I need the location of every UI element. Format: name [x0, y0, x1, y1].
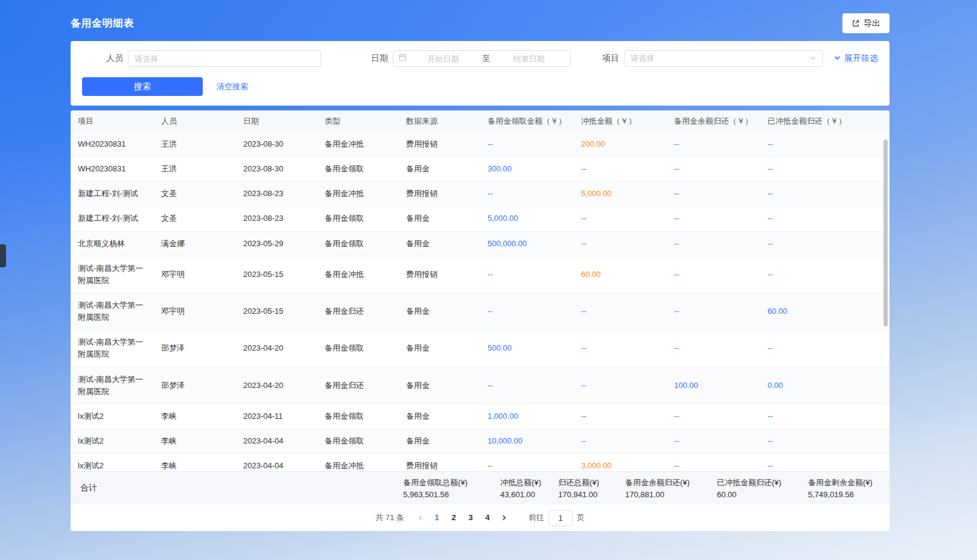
total-count-label: 共 71 条 — [375, 512, 404, 523]
project-select[interactable]: 请选择 — [624, 50, 823, 67]
cell-source: 备用金 — [399, 367, 480, 404]
table-row[interactable]: lx测试2李峡2023-04-11备用金领取备用金1,000.00------ — [71, 404, 889, 428]
cell-balance_return: -- — [667, 206, 760, 231]
export-icon — [851, 19, 860, 28]
cell-draw: -- — [480, 454, 574, 471]
cell-source: 备用金 — [399, 206, 480, 231]
summary-item: 备用金剩余金额(¥)5,749,019.56 — [808, 477, 880, 499]
expand-filter-link[interactable]: 展开筛选 — [833, 53, 878, 64]
table-row[interactable]: WH20230831王洪2023-08-30备用金冲抵费用报销--200.00-… — [71, 132, 889, 157]
goto-page-group: 前往 页 — [529, 510, 585, 526]
cell-balance_return: -- — [667, 454, 760, 471]
prev-page-button[interactable] — [413, 510, 428, 526]
table-row[interactable]: lx测试2李峡2023-04-04备用金领取备用金10,000.00------ — [71, 428, 889, 453]
date-filter-label: 日期 — [371, 53, 388, 64]
cell-type: 备用金冲抵 — [317, 454, 399, 471]
table-scrollbar[interactable] — [883, 139, 888, 326]
table-row[interactable]: 新建工程-刘-测试文圣2023-08-23备用金冲抵费用报销--5,000.00… — [71, 182, 889, 206]
column-header-offset_return: 已冲抵金额归还（￥） — [760, 110, 889, 132]
expand-filter-label: 展开筛选 — [844, 53, 878, 64]
cell-project: 测试-南昌大学第一附属医院 — [71, 256, 154, 293]
cell-offset: -- — [574, 330, 667, 367]
cell-offset: -- — [574, 428, 667, 453]
cell-date: 2023-04-11 — [236, 404, 317, 428]
summary-item: 已冲抵金额归还(¥)60.00 — [717, 477, 808, 499]
page-title: 备用金明细表 — [71, 16, 134, 30]
cell-offset_return: -- — [760, 182, 889, 206]
cell-offset_return: -- — [760, 428, 889, 453]
cell-type: 备用金领取 — [317, 157, 399, 182]
cell-offset: 60.00 — [574, 256, 667, 293]
page-button-4[interactable]: 4 — [479, 510, 496, 526]
summary-row: 合计 备用金领取总额(¥)5,963,501.56冲抵总额(¥)43,601.0… — [71, 471, 889, 504]
cell-date: 2023-04-04 — [236, 454, 317, 471]
cell-person: 邓宇明 — [154, 256, 236, 293]
goto-page-input[interactable] — [549, 510, 573, 526]
table-row[interactable]: 测试-南昌大学第一附属医院邓宇明2023-05-15备用金归还备用金------… — [71, 293, 889, 329]
cell-project: 北京顺义杨林 — [71, 231, 154, 256]
cell-offset: 3,000.00 — [574, 454, 667, 471]
column-header-draw: 备用金领取金额（￥） — [480, 110, 574, 132]
petty-cash-table: 项目人员日期类型数据来源备用金领取金额（￥）冲抵金额（￥）备用金余额归还（￥）已… — [71, 110, 889, 471]
column-header-type: 类型 — [317, 110, 399, 132]
cell-offset_return: 0.00 — [760, 367, 889, 404]
end-date-input[interactable] — [492, 54, 565, 63]
clear-search-link[interactable]: 清空搜索 — [217, 81, 248, 92]
page-button-2[interactable]: 2 — [445, 510, 462, 526]
table-row[interactable]: 北京顺义杨林满金娜2023-05-29备用金领取备用金500,000.00---… — [71, 231, 889, 256]
cell-offset: 200.00 — [574, 132, 667, 157]
cell-source: 费用报销 — [399, 256, 480, 293]
cell-offset_return: 60.00 — [760, 293, 889, 329]
person-select-input[interactable] — [128, 50, 321, 67]
cell-balance_return: -- — [667, 256, 760, 293]
pagination-pages: 1234 — [428, 510, 496, 526]
page-button-1[interactable]: 1 — [428, 510, 445, 526]
export-button[interactable]: 导出 — [842, 13, 889, 33]
search-button[interactable]: 搜索 — [82, 77, 203, 96]
cell-draw: 500,000.00 — [480, 231, 574, 256]
table-row[interactable]: 测试-南昌大学第一附属医院邵梦泽2023-04-20备用金归还备用金----10… — [71, 367, 889, 404]
table-viewport: 项目人员日期类型数据来源备用金领取金额（￥）冲抵金额（￥）备用金余额归还（￥）已… — [71, 110, 889, 471]
cell-person: 文圣 — [154, 206, 236, 231]
page-unit-label: 页 — [577, 512, 585, 523]
next-page-button[interactable] — [496, 510, 512, 526]
goto-label: 前往 — [529, 512, 544, 523]
cell-type: 备用金归还 — [317, 293, 399, 329]
cell-balance_return: -- — [667, 293, 760, 329]
cell-offset_return: -- — [760, 231, 889, 256]
cell-person: 李峡 — [154, 404, 236, 428]
table-body: WH20230831王洪2023-08-30备用金冲抵费用报销--200.00-… — [71, 132, 889, 471]
cell-offset_return: -- — [760, 132, 889, 157]
summary-item: 备用金领取总额(¥)5,963,501.56 — [403, 477, 500, 499]
cell-draw: -- — [480, 182, 574, 206]
start-date-input[interactable] — [407, 54, 480, 63]
cell-balance_return: -- — [667, 132, 760, 157]
cell-project: lx测试2 — [71, 428, 154, 453]
cell-offset: -- — [574, 157, 667, 182]
chevron-down-icon — [809, 53, 816, 64]
page-button-3[interactable]: 3 — [462, 510, 479, 526]
side-drawer-handle[interactable] — [0, 244, 6, 267]
cell-offset_return: -- — [760, 454, 889, 471]
column-header-offset: 冲抵金额（￥） — [574, 110, 667, 132]
cell-draw: -- — [480, 256, 574, 293]
cell-draw: 5,000.00 — [480, 206, 574, 231]
cell-balance_return: -- — [667, 330, 760, 367]
cell-offset_return: -- — [760, 404, 889, 428]
table-row[interactable]: lx测试2李峡2023-04-04备用金冲抵费用报销--3,000.00---- — [71, 454, 889, 471]
cell-date: 2023-08-30 — [236, 157, 317, 182]
cell-offset: -- — [574, 367, 667, 404]
date-range-picker[interactable]: 至 — [393, 50, 571, 67]
filter-panel: 人员 日期 至 — [71, 41, 889, 106]
date-separator-label: 至 — [480, 53, 492, 64]
table-row[interactable]: 测试-南昌大学第一附属医院邵梦泽2023-04-20备用金领取备用金500.00… — [71, 330, 889, 367]
cell-draw: -- — [480, 367, 574, 404]
cell-date: 2023-05-29 — [236, 231, 317, 256]
cell-source: 费用报销 — [399, 454, 480, 471]
table-row[interactable]: 测试-南昌大学第一附属医院邓宇明2023-05-15备用金冲抵费用报销--60.… — [71, 256, 889, 293]
table-row[interactable]: 新建工程-刘-测试文圣2023-08-23备用金领取备用金5,000.00---… — [71, 206, 889, 231]
table-row[interactable]: WH20230831王洪2023-08-30备用金领取备用金300.00----… — [71, 157, 889, 182]
cell-source: 备用金 — [399, 330, 480, 367]
cell-source: 备用金 — [399, 231, 480, 256]
cell-type: 备用金归还 — [317, 367, 399, 404]
